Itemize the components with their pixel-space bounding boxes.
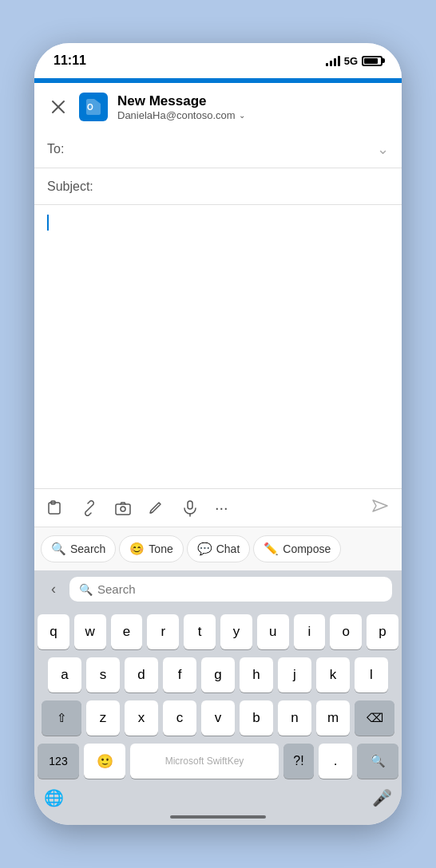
email-header: O New Message DanielaHa@contoso.com ⌄	[34, 83, 402, 131]
battery-icon	[362, 56, 382, 66]
header-title-area: New Message DanielaHa@contoso.com ⌄	[117, 93, 245, 121]
subject-label: Subject:	[47, 180, 103, 194]
close-button[interactable]	[47, 96, 69, 118]
svg-rect-5	[116, 504, 130, 515]
attachment-icon[interactable]	[47, 499, 65, 517]
toolbar-icons: ···	[47, 499, 228, 517]
subject-input[interactable]	[103, 180, 389, 194]
key-i[interactable]: i	[294, 614, 326, 649]
keyboard-row-2: a s d f g h j k l	[38, 657, 398, 692]
ai-compose-label: Compose	[283, 542, 331, 555]
delete-key[interactable]: ⌫	[355, 700, 394, 736]
key-h[interactable]: h	[240, 657, 273, 692]
subject-field[interactable]: Subject:	[34, 168, 402, 205]
status-icons: 5G	[326, 55, 382, 67]
key-t[interactable]: t	[184, 614, 216, 649]
search-glass-icon: 🔍	[79, 583, 93, 596]
key-k[interactable]: k	[316, 657, 350, 692]
status-bar: 11:11 5G	[34, 43, 402, 78]
to-field[interactable]: To: ⌄	[34, 131, 402, 168]
key-e[interactable]: e	[111, 614, 143, 649]
spacebar[interactable]: Microsoft SwiftKey	[130, 744, 279, 779]
ai-compose-button[interactable]: ✏️ Compose	[253, 535, 341, 562]
network-type: 5G	[344, 55, 358, 67]
key-m[interactable]: m	[316, 700, 350, 736]
more-options-icon[interactable]: ···	[215, 499, 228, 517]
key-r[interactable]: r	[147, 614, 179, 649]
special-punctuation-key[interactable]: ?!	[283, 744, 314, 779]
key-a[interactable]: a	[48, 657, 81, 692]
keyboard-search-key[interactable]: 🔍	[357, 744, 398, 779]
body-area[interactable]	[34, 205, 402, 488]
key-c[interactable]: c	[163, 700, 196, 736]
ai-tone-button[interactable]: 😊 Tone	[119, 535, 183, 562]
key-b[interactable]: b	[240, 700, 273, 736]
svg-point-6	[121, 507, 125, 511]
draw-icon[interactable]	[148, 499, 165, 517]
search-input-container[interactable]: 🔍	[69, 577, 392, 602]
numbers-key[interactable]: 123	[38, 744, 79, 779]
keyboard-search-bar: ‹ 🔍	[34, 570, 402, 608]
to-chevron-icon[interactable]: ⌄	[377, 140, 389, 158]
svg-rect-7	[188, 501, 192, 509]
link-icon[interactable]	[81, 499, 98, 517]
account-email: DanielaHa@contoso.com ⌄	[117, 109, 245, 121]
shift-key[interactable]: ⇧	[42, 700, 81, 736]
to-label: To:	[47, 142, 103, 156]
to-input[interactable]	[103, 142, 377, 156]
signal-bars-icon	[326, 55, 340, 66]
compose-icon: ✏️	[264, 542, 279, 556]
key-l[interactable]: l	[355, 657, 388, 692]
compose-area: To: ⌄ Subject:	[34, 131, 402, 488]
search-input[interactable]	[97, 582, 382, 596]
period-key[interactable]: .	[319, 744, 352, 779]
key-s[interactable]: s	[86, 657, 120, 692]
globe-icon[interactable]: 🌐	[44, 788, 64, 807]
account-chevron-icon[interactable]: ⌄	[239, 111, 245, 120]
text-cursor	[47, 215, 49, 231]
outlook-icon: O	[79, 93, 108, 121]
ai-search-label: Search	[70, 542, 105, 555]
search-icon: 🔍	[51, 542, 66, 556]
compose-toolbar: ···	[34, 488, 402, 527]
key-j[interactable]: j	[278, 657, 311, 692]
back-arrow-button[interactable]: ‹	[44, 581, 63, 598]
keyboard-bottom-row: 123 🙂 Microsoft SwiftKey ?! . 🔍	[38, 744, 398, 779]
emoji-key[interactable]: 🙂	[84, 744, 125, 779]
send-button[interactable]	[371, 497, 389, 519]
new-message-title: New Message	[117, 93, 245, 109]
key-w[interactable]: w	[74, 614, 106, 649]
ai-chat-button[interactable]: 💬 Chat	[187, 535, 251, 562]
home-indicator-area	[34, 811, 402, 825]
mic-icon[interactable]	[181, 499, 199, 517]
key-v[interactable]: v	[201, 700, 235, 736]
ai-search-button[interactable]: 🔍 Search	[41, 535, 116, 562]
keyboard-bottom-bar: 🌐 🎤	[34, 785, 402, 811]
ai-tone-label: Tone	[149, 542, 172, 555]
key-d[interactable]: d	[125, 657, 158, 692]
key-y[interactable]: y	[220, 614, 252, 649]
key-q[interactable]: q	[38, 614, 69, 649]
home-bar	[170, 815, 266, 819]
keyboard-row-1: q w e r t y u i o p	[38, 614, 398, 649]
ai-chat-label: Chat	[216, 542, 240, 555]
svg-text:O: O	[87, 103, 93, 112]
keyboard: q w e r t y u i o p a s d f g h j k l ⇧ …	[34, 608, 402, 785]
key-o[interactable]: o	[330, 614, 362, 649]
key-g[interactable]: g	[201, 657, 235, 692]
dictation-mic-icon[interactable]: 🎤	[372, 788, 392, 807]
ai-toolbar: 🔍 Search 😊 Tone 💬 Chat ✏️ Compose	[34, 527, 402, 570]
chat-icon: 💬	[197, 542, 212, 556]
camera-icon[interactable]	[114, 499, 132, 517]
key-f[interactable]: f	[163, 657, 196, 692]
tone-icon: 😊	[129, 542, 145, 556]
status-time: 11:11	[54, 53, 86, 68]
key-x[interactable]: x	[125, 700, 158, 736]
keyboard-row-3: ⇧ z x c v b n m ⌫	[38, 700, 398, 736]
key-u[interactable]: u	[257, 614, 289, 649]
key-z[interactable]: z	[86, 700, 120, 736]
key-p[interactable]: p	[367, 614, 398, 649]
key-n[interactable]: n	[278, 700, 311, 736]
phone-frame: 11:11 5G O New Message	[34, 43, 402, 825]
